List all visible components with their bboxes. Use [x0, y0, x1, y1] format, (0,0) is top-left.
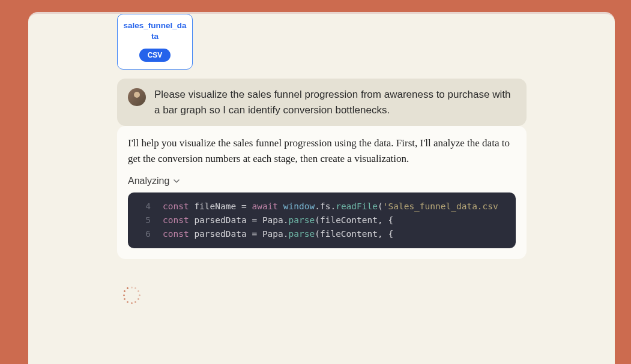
code-content: const fileName = await window.fs.readFil… [163, 200, 498, 213]
user-message: Please visualize the sales funnel progre… [117, 79, 527, 126]
code-content: const parsedData = Papa.parse(fileConten… [163, 227, 393, 241]
code-line: 6const parsedData = Papa.parse(fileConte… [128, 227, 516, 241]
code-block[interactable]: 4const fileName = await window.fs.readFi… [128, 192, 516, 249]
file-attachment-card[interactable]: sales_funnel_data CSV [117, 14, 193, 70]
loading-spinner-icon [123, 287, 140, 303]
file-type-badge: CSV [139, 49, 171, 62]
chevron-down-icon [173, 178, 180, 185]
avatar [128, 88, 146, 106]
code-line: 5const parsedData = Papa.parse(fileConte… [128, 213, 516, 227]
status-label: Analyzing [128, 176, 169, 186]
user-message-text: Please visualize the sales funnel progre… [154, 87, 516, 118]
code-content: const parsedData = Papa.parse(fileConten… [163, 213, 393, 227]
chat-container: sales_funnel_data CSV Please visualize t… [28, 12, 615, 364]
assistant-message: I'll help you visualize the sales funnel… [117, 126, 527, 259]
line-number: 6 [136, 227, 151, 241]
file-name: sales_funnel_data [122, 20, 187, 41]
line-number: 4 [136, 200, 151, 213]
code-line: 4const fileName = await window.fs.readFi… [128, 200, 516, 213]
line-number: 5 [136, 213, 151, 227]
assistant-message-text: I'll help you visualize the sales funnel… [128, 136, 516, 167]
status-row[interactable]: Analyzing [128, 176, 516, 186]
